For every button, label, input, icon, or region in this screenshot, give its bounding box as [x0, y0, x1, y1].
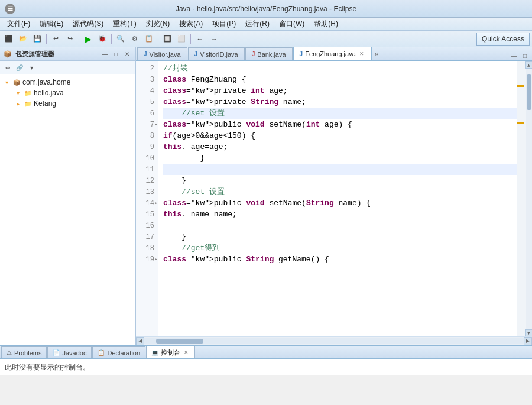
bottom-tab-close-3[interactable]: ✕: [183, 349, 190, 356]
editor-tab-0[interactable]: J Visitor.java: [137, 47, 187, 60]
toolbar-open-btn[interactable]: 📂: [17, 33, 30, 46]
pe-minimize-btn[interactable]: —: [100, 49, 109, 59]
toolbar-sep-4: [158, 34, 158, 44]
line-num-15: 15: [136, 209, 158, 220]
console-text: 此时没有要显示的控制台。: [5, 362, 90, 372]
main-area: 📦 包资源管理器 — □ ✕ ⇔ 🔗 ▾ ▾ 📦 com.java.home ▾…: [0, 47, 532, 345]
toolbar-debug-btn[interactable]: 🐞: [96, 33, 109, 46]
editor-maximize-btn[interactable]: □: [520, 51, 530, 60]
tab-icon-1: J: [194, 51, 198, 57]
editor-tab-3[interactable]: J FengZhuang.java ✕: [293, 47, 372, 60]
package-explorer: 📦 包资源管理器 — □ ✕ ⇔ 🔗 ▾ ▾ 📦 com.java.home ▾…: [0, 47, 136, 345]
pe-close-btn[interactable]: ✕: [122, 49, 132, 59]
editor-scrollbar: ▲ ▼: [525, 61, 532, 336]
tab-label-1: VisitorID.java: [200, 51, 238, 58]
toolbar-btn-10[interactable]: →: [207, 33, 220, 46]
code-line-18: //get得到: [163, 242, 517, 254]
tab-overflow-btn[interactable]: »: [372, 47, 381, 60]
editor-tab-2[interactable]: J Bank.java: [245, 47, 293, 60]
bottom-tab-icon-0: ⚠: [7, 349, 12, 356]
code-line-14: class="kw">public void setName(String na…: [163, 197, 517, 209]
code-line-9: this. age=age;: [163, 141, 517, 153]
code-line-19: class="kw">public String getName() {: [163, 254, 517, 265]
toolbar-btn-2[interactable]: ↩: [49, 33, 62, 46]
h-scroll-track[interactable]: [144, 338, 524, 344]
tab-label-0: Visitor.java: [150, 51, 181, 58]
pe-tree: ▾ 📦 com.java.home ▾ 📁 hello.java ▸ 📁 Ket…: [0, 74, 135, 345]
h-scroll-left[interactable]: ◀: [136, 337, 144, 345]
tree-item-ketang[interactable]: ▸ 📁 Ketang: [0, 98, 135, 109]
menu-item-运行R[interactable]: 运行(R): [241, 18, 274, 30]
menu-item-项目P[interactable]: 项目(P): [207, 18, 241, 30]
line-num-4: 4: [136, 85, 158, 96]
tree-item-root[interactable]: ▾ 📦 com.java.home: [0, 77, 135, 88]
scrollbar-track[interactable]: [526, 69, 532, 329]
menu-item-帮助H[interactable]: 帮助(H): [309, 18, 343, 30]
line-num-18: 18: [136, 242, 158, 254]
menu-item-编辑E[interactable]: 编辑(E): [35, 18, 68, 30]
menu-item-浏览N[interactable]: 浏览(N): [141, 18, 175, 30]
toolbar-run-btn[interactable]: ▶: [82, 33, 95, 46]
toolbar: ⬛ 📂 💾 ↩ ↪ ▶ 🐞 🔍 ⚙ 📋 🔲 ⬜ ← → Quick Access: [0, 31, 532, 47]
code-line-5: class="kw">private String name;: [163, 96, 517, 108]
editor-tabs: J Visitor.java J VisitorID.java J Bank.j…: [136, 47, 532, 61]
title-text: Java - hello.java/src/hello/java/FengZhu…: [176, 5, 356, 13]
menu-item-重构T[interactable]: 重构(T): [108, 18, 141, 30]
code-line-3: class FengZhuang {: [163, 74, 517, 85]
bottom-tabs: ⚠ Problems 📄 Javadoc 📋 Declaration 💻 控制台…: [0, 346, 532, 359]
toolbar-btn-8[interactable]: ⬜: [175, 33, 188, 46]
h-scroll-right[interactable]: ▶: [524, 337, 532, 345]
tree-item-hello[interactable]: ▾ 📁 hello.java: [0, 88, 135, 98]
bottom-tab-label-0: Problems: [14, 349, 41, 357]
bottom-tab-0[interactable]: ⚠ Problems: [1, 346, 47, 358]
toolbar-save-btn[interactable]: 💾: [31, 33, 44, 46]
editor-minimize-btn[interactable]: —: [510, 51, 519, 60]
code-editor[interactable]: 2345678910111213141516171819 //封装class F…: [136, 61, 532, 336]
line-num-3: 3: [136, 74, 158, 85]
editor-tab-controls: — □: [510, 51, 532, 60]
title-bar: ☰ Java - hello.java/src/hello/java/FengZ…: [0, 0, 532, 18]
menu-item-源代码S[interactable]: 源代码(S): [68, 18, 108, 30]
toolbar-btn-9[interactable]: ←: [193, 33, 206, 46]
scrollbar-thumb[interactable]: [527, 74, 531, 110]
line-num-19: 19: [136, 254, 158, 265]
pe-collapse-btn[interactable]: ⇔: [2, 62, 13, 73]
toolbar-sep-2: [79, 34, 79, 44]
toolbar-btn-6[interactable]: 📋: [142, 33, 155, 46]
pe-link-btn[interactable]: 🔗: [14, 62, 25, 73]
h-scroll-thumb[interactable]: [156, 339, 203, 344]
toolbar-btn-5[interactable]: ⚙: [128, 33, 141, 46]
bottom-tab-1[interactable]: 📄 Javadoc: [47, 346, 92, 358]
quick-access-button[interactable]: Quick Access: [476, 33, 530, 46]
line-num-5: 5: [136, 96, 158, 108]
line-num-16: 16: [136, 220, 158, 231]
line-num-13: 13: [136, 186, 158, 197]
toolbar-new-btn[interactable]: ⬛: [2, 33, 15, 46]
code-line-16: [163, 220, 517, 231]
bottom-tab-3[interactable]: 💻 控制台 ✕: [146, 346, 195, 358]
menu-item-窗口W[interactable]: 窗口(W): [274, 18, 309, 30]
line-num-11: 11: [136, 164, 158, 175]
bottom-panel: ⚠ Problems 📄 Javadoc 📋 Declaration 💻 控制台…: [0, 345, 532, 375]
bottom-tab-2[interactable]: 📋 Declaration: [92, 346, 145, 358]
menu-item-搜索A[interactable]: 搜索(A): [174, 18, 207, 30]
tab-close-3[interactable]: ✕: [358, 50, 365, 57]
scroll-down-arrow[interactable]: ▼: [525, 329, 533, 336]
code-line-11: [163, 164, 517, 175]
code-line-13: //set 设置: [163, 186, 517, 197]
tree-label-ketang: Ketang: [34, 99, 56, 108]
toolbar-btn-7[interactable]: 🔲: [161, 33, 174, 46]
pe-maximize-btn[interactable]: □: [111, 49, 121, 59]
tab-icon-0: J: [144, 51, 147, 57]
menu-item-文件F[interactable]: 文件(F): [2, 18, 35, 30]
toolbar-btn-3[interactable]: ↪: [63, 33, 76, 46]
editor-area: J Visitor.java J VisitorID.java J Bank.j…: [136, 47, 532, 345]
editor-tab-1[interactable]: J VisitorID.java: [188, 47, 245, 60]
scroll-up-arrow[interactable]: ▲: [525, 61, 533, 69]
code-content[interactable]: //封装class FengZhuang { class="kw">privat…: [158, 61, 517, 336]
folder-icon-hello: 📁: [24, 89, 32, 97]
code-line-10: }: [163, 153, 517, 164]
code-line-17: }: [163, 231, 517, 242]
toolbar-btn-4[interactable]: 🔍: [114, 33, 127, 46]
pe-settings-btn[interactable]: ▾: [26, 62, 37, 73]
